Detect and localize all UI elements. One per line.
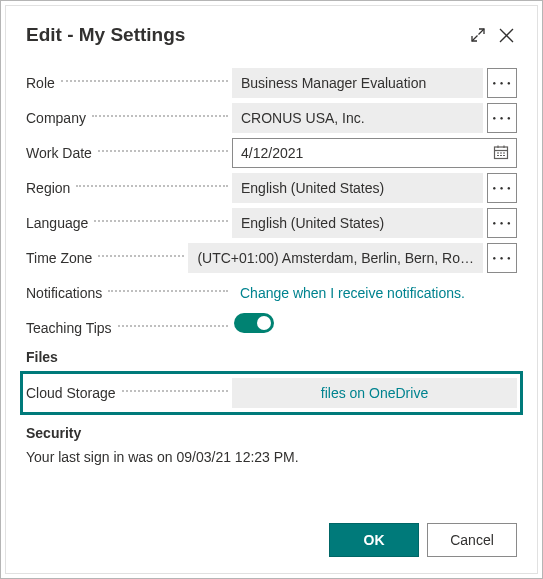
dialog-frame: Edit - My Settings Role Business Manager… <box>0 0 543 579</box>
label-workdate: Work Date <box>26 145 232 161</box>
dialog-header: Edit - My Settings <box>26 24 517 46</box>
dialog-title: Edit - My Settings <box>26 24 461 46</box>
role-assist-button[interactable]: ● ● ● <box>487 68 517 98</box>
timezone-assist-button[interactable]: ● ● ● <box>487 243 517 273</box>
label-role: Role <box>26 75 232 91</box>
label-timezone: Time Zone <box>26 250 188 266</box>
row-cloudstorage: Cloud Storage files on OneDrive <box>26 378 517 408</box>
label-cloudstorage: Cloud Storage <box>26 385 232 401</box>
close-icon[interactable] <box>495 24 517 46</box>
label-notifications: Notifications <box>26 285 232 301</box>
label-language: Language <box>26 215 232 231</box>
label-teachingtips: Teaching Tips <box>26 320 232 336</box>
label-company: Company <box>26 110 232 126</box>
row-workdate: Work Date 4/12/2021 <box>26 138 517 168</box>
workdate-input[interactable]: 4/12/2021 <box>232 138 517 168</box>
teachingtips-toggle[interactable] <box>234 313 274 333</box>
region-field[interactable]: English (United States) <box>232 173 483 203</box>
company-field[interactable]: CRONUS USA, Inc. <box>232 103 483 133</box>
highlight-cloud-storage: Cloud Storage files on OneDrive <box>20 371 523 415</box>
row-timezone: Time Zone (UTC+01:00) Amsterdam, Berlin,… <box>26 243 517 273</box>
row-teachingtips: Teaching Tips <box>26 313 517 343</box>
dialog-panel: Edit - My Settings Role Business Manager… <box>5 5 538 574</box>
notifications-link[interactable]: Change when I receive notifications. <box>232 278 517 308</box>
ok-button[interactable]: OK <box>329 523 419 557</box>
language-field[interactable]: English (United States) <box>232 208 483 238</box>
row-notifications: Notifications Change when I receive noti… <box>26 278 517 308</box>
row-region: Region English (United States) ● ● ● <box>26 173 517 203</box>
section-security: Security <box>26 425 517 441</box>
row-role: Role Business Manager Evaluation ● ● ● <box>26 68 517 98</box>
label-region: Region <box>26 180 232 196</box>
row-company: Company CRONUS USA, Inc. ● ● ● <box>26 103 517 133</box>
role-field[interactable]: Business Manager Evaluation <box>232 68 483 98</box>
timezone-field[interactable]: (UTC+01:00) Amsterdam, Berlin, Bern, Ro… <box>188 243 483 273</box>
last-signin-text: Your last sign in was on 09/03/21 12:23 … <box>26 449 517 465</box>
expand-icon[interactable] <box>467 24 489 46</box>
calendar-icon[interactable] <box>492 143 510 161</box>
cloudstorage-link[interactable]: files on OneDrive <box>232 378 517 408</box>
region-assist-button[interactable]: ● ● ● <box>487 173 517 203</box>
section-files: Files <box>26 349 517 365</box>
row-language: Language English (United States) ● ● ● <box>26 208 517 238</box>
dialog-footer: OK Cancel <box>329 523 517 557</box>
cancel-button[interactable]: Cancel <box>427 523 517 557</box>
company-assist-button[interactable]: ● ● ● <box>487 103 517 133</box>
language-assist-button[interactable]: ● ● ● <box>487 208 517 238</box>
